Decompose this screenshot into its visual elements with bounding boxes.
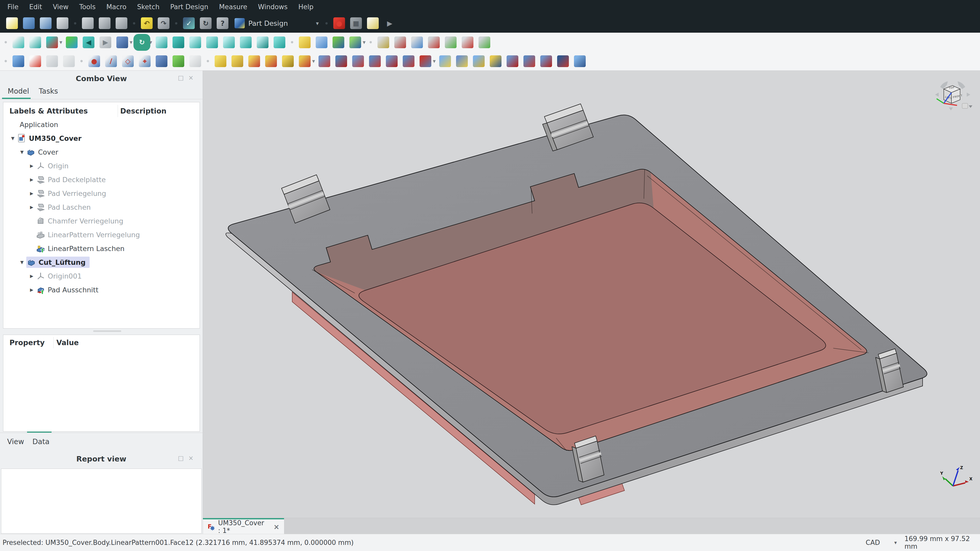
measure-toggle-icon[interactable] [445, 37, 457, 48]
tree-item-pad-deckelplatte[interactable]: ▶Pad Deckelplatte [3, 173, 200, 186]
navigation-cube[interactable]: TOP LEFT FRONT [932, 77, 974, 115]
measure-distance-icon[interactable] [274, 37, 285, 48]
bottom-view-icon[interactable] [240, 37, 251, 48]
close-panel-icon[interactable]: × [188, 74, 198, 81]
measure-toggle-delta-icon[interactable] [479, 37, 490, 48]
fit-all-icon[interactable] [13, 37, 24, 48]
subtractive-loft-icon[interactable] [369, 56, 381, 67]
sync-view-icon[interactable]: ↻ [136, 37, 148, 48]
tree-item-application[interactable]: Application [3, 118, 200, 131]
collapsed-arrow-icon[interactable]: ▶ [27, 287, 36, 292]
subtractive-helix-icon[interactable] [403, 56, 414, 67]
tab-tasks[interactable]: Tasks [39, 87, 58, 95]
menu-view[interactable]: View [48, 0, 74, 14]
validate-sketch-icon[interactable] [63, 56, 75, 67]
additive-loft-icon[interactable] [248, 56, 260, 67]
expanded-arrow-icon[interactable]: ▼ [18, 149, 26, 155]
additive-pipe-icon[interactable] [265, 56, 277, 67]
tree-item-origin[interactable]: ▶Origin [3, 159, 200, 173]
tree-item-pad-verriegelung[interactable]: ▶Pad Verriegelung [3, 186, 200, 200]
rear-view-icon[interactable] [223, 37, 235, 48]
collapsed-arrow-icon[interactable]: ▶ [27, 273, 36, 279]
measure-refresh-icon[interactable] [411, 37, 423, 48]
subtractive-pipe-icon[interactable] [386, 56, 398, 67]
whats-this-icon[interactable]: ? [217, 17, 228, 29]
make-sub-link-icon[interactable] [349, 37, 361, 48]
macro-play-icon[interactable]: ▶ [384, 17, 396, 29]
left-view-icon[interactable] [257, 37, 269, 48]
tab-view[interactable]: View [7, 437, 24, 446]
datum-plane-icon[interactable]: ◇ [122, 56, 134, 67]
tab-data[interactable]: Data [32, 437, 49, 446]
make-link-icon[interactable] [332, 37, 344, 48]
tree-item-pad-ausschnitt[interactable]: ▶Pad Ausschnitt [3, 283, 200, 297]
tree-item-origin001[interactable]: ▶Origin001 [3, 269, 200, 283]
tree-item-chamfer-verriegelung[interactable]: Chamfer Verriegelung [3, 214, 200, 228]
hole-icon[interactable] [335, 56, 347, 67]
linear-pattern-icon[interactable] [456, 56, 468, 67]
menu-tools[interactable]: Tools [74, 0, 101, 14]
menu-sketch[interactable]: Sketch [132, 0, 165, 14]
measure-clear-icon[interactable] [428, 37, 440, 48]
menu-measure[interactable]: Measure [213, 0, 253, 14]
new-document-icon[interactable] [6, 17, 18, 29]
clone-icon[interactable] [189, 56, 201, 67]
model-tree-box[interactable]: Labels & Attributes Description Applicat… [3, 102, 200, 329]
map-sketch-icon[interactable] [46, 56, 58, 67]
datum-line-icon[interactable]: / [105, 56, 117, 67]
polar-pattern-icon[interactable] [473, 56, 485, 67]
right-view-icon[interactable] [206, 37, 218, 48]
expanded-arrow-icon[interactable]: ▼ [8, 136, 17, 141]
copy-icon[interactable] [99, 17, 110, 29]
collapsed-arrow-icon[interactable]: ▶ [27, 163, 36, 168]
tree-item-cover[interactable]: ▼Cover [3, 145, 200, 159]
shapebinder-icon[interactable] [156, 56, 167, 67]
top-view-icon[interactable] [189, 37, 201, 48]
pad-icon[interactable] [215, 56, 226, 67]
axonometric-view-icon[interactable] [156, 37, 167, 48]
3d-viewport[interactable]: TOP LEFT FRONT X Y Z [203, 71, 980, 518]
tree-item-linearpattern-laschen[interactable]: LinearPattern Laschen [3, 241, 200, 256]
subshapebinder-icon[interactable] [172, 56, 184, 67]
navigation-style-selector[interactable]: CAD [865, 539, 880, 546]
draw-style-icon[interactable] [46, 37, 58, 48]
draft-icon[interactable] [540, 56, 552, 67]
float-panel-icon[interactable]: □ [178, 454, 188, 462]
menu-edit[interactable]: Edit [24, 0, 48, 14]
document-tab[interactable]: F UM350_Cover : 1* × [203, 518, 284, 534]
measure-linear-icon[interactable] [377, 37, 389, 48]
revolution-icon[interactable] [231, 56, 243, 67]
create-sketch-icon[interactable] [29, 56, 41, 67]
select-element-icon[interactable] [66, 37, 78, 48]
create-body-icon[interactable] [13, 56, 24, 67]
groove-icon[interactable] [352, 56, 364, 67]
tab-model[interactable]: Model [8, 87, 29, 95]
link-caret[interactable]: ▾ [363, 39, 366, 45]
property-editor-box[interactable]: Property Value [3, 335, 200, 432]
panel-splitter[interactable] [93, 330, 121, 332]
undo-icon[interactable]: ↶ [141, 17, 153, 29]
create-group-icon[interactable] [316, 37, 328, 48]
print-icon[interactable] [57, 17, 68, 29]
macro-stop-icon[interactable]: ■ [350, 17, 362, 29]
open-document-icon[interactable] [23, 17, 35, 29]
menu-file[interactable]: File [2, 0, 24, 14]
front-view-icon[interactable] [172, 37, 184, 48]
paste-icon[interactable] [116, 17, 127, 29]
expanded-arrow-icon[interactable]: ▼ [18, 260, 26, 265]
measure-toggle-3d-icon[interactable] [462, 37, 473, 48]
navigation-style-caret-icon[interactable]: ▾ [894, 540, 897, 546]
nav-cube-menu[interactable] [962, 103, 972, 108]
save-icon[interactable] [40, 17, 52, 29]
pocket-icon[interactable] [318, 56, 330, 67]
tree-item-um350-cover[interactable]: ▼UM350_Cover [3, 131, 200, 145]
tree-item-cut-l-ftung[interactable]: ▼Cut_Lüftung [3, 256, 200, 269]
sync-view-caret[interactable]: ▾ [149, 39, 152, 45]
float-panel-icon[interactable]: □ [178, 74, 188, 81]
refresh-icon[interactable]: ↻ [200, 17, 212, 29]
report-view-box[interactable] [1, 468, 202, 534]
local-cs-icon[interactable]: ⌖ [139, 56, 151, 67]
nav-forward-icon[interactable]: ▶ [100, 37, 111, 48]
cut-icon[interactable] [82, 17, 94, 29]
validate-icon[interactable]: ✓ [183, 17, 195, 29]
